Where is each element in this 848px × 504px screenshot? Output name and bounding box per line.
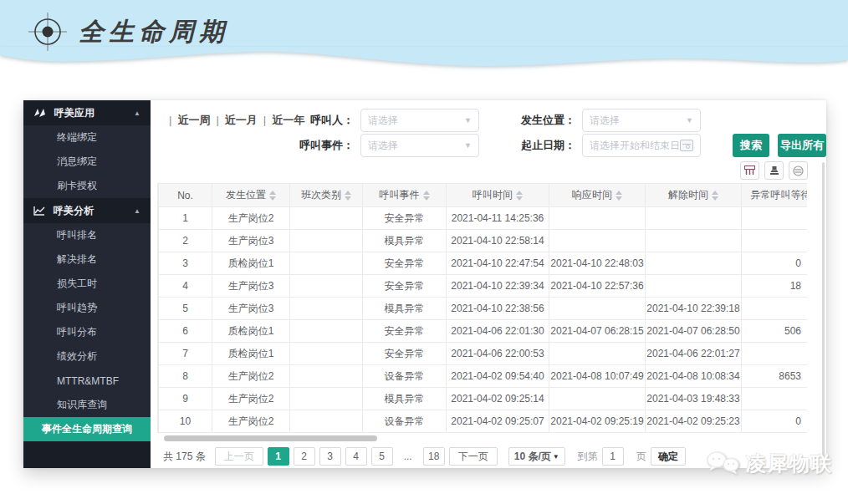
table-row[interactable]: 4 生产岗位3 安全异常 2021-04-10 22:39:34 2021-04… [159, 275, 808, 298]
table-row[interactable]: 9 生产岗位2 模具异常 2021-04-02 09:25:14 2021-04… [159, 388, 808, 410]
sidebar-group-label: 呼美分析 [54, 204, 94, 218]
column-header[interactable]: 解除时间 [646, 184, 742, 207]
sidebar-item[interactable]: 呼叫趋势 [23, 296, 151, 320]
sidebar-group-call-app[interactable]: 呼美应用 ▲ [23, 100, 151, 125]
cell-location: 质检岗位1 [212, 252, 290, 275]
next-page-button[interactable]: 下一页 [449, 447, 498, 466]
cell-resolve-time [646, 252, 742, 275]
cell-call-event: 设备异常 [363, 410, 447, 433]
location-label: 发生位置： [521, 113, 575, 128]
cell-abnormal-wait: 0 [742, 252, 808, 275]
page-number[interactable]: 5 [371, 447, 393, 466]
sidebar-item[interactable]: 消息绑定 [23, 150, 151, 174]
sidebar-item[interactable]: 损失工时 [23, 272, 151, 296]
sidebar-item[interactable]: 事件全生命周期查询 [23, 417, 151, 441]
prev-page-button[interactable]: 上一页 [215, 447, 263, 466]
search-button[interactable]: 搜索 [733, 134, 769, 157]
cell-response-time [549, 388, 646, 410]
column-header[interactable]: 发生位置 [212, 184, 290, 207]
page-number[interactable]: 18 [423, 447, 445, 466]
cell-resolve-time: 2021-04-10 22:39:18 [646, 298, 742, 320]
goto-page-input[interactable] [602, 447, 624, 466]
cell-call-event: 安全异常 [363, 320, 447, 343]
sidebar-item[interactable]: 终端绑定 [23, 125, 151, 150]
cell-response-time: 2021-04-10 22:57:36 [549, 275, 646, 298]
table-row[interactable]: 10 生产岗位2 设备异常 2021-04-02 09:25:07 2021-0… [159, 410, 808, 433]
column-header[interactable]: 响应时间 [549, 184, 646, 207]
cell-resolve-time: 2021-04-03 19:48:33 [646, 388, 742, 410]
page-number[interactable]: 3 [319, 447, 341, 466]
sidebar-filler [23, 441, 151, 468]
page-number[interactable]: 2 [294, 447, 315, 466]
column-display-icon[interactable] [740, 161, 759, 180]
export-all-button[interactable]: 导出所有 [778, 134, 826, 157]
cell-no: 6 [159, 320, 212, 343]
cell-call-event: 安全异常 [363, 343, 447, 365]
sort-icon[interactable] [616, 191, 622, 201]
horizontal-scrollbar-thumb[interactable] [164, 435, 377, 441]
location-placeholder: 请选择 [590, 114, 686, 128]
table-row[interactable]: 3 质检岗位1 安全异常 2021-04-10 22:47:54 2021-04… [159, 252, 808, 275]
caller-select[interactable]: 请选择 ▼ [360, 109, 479, 132]
goto-prefix: 到第 [578, 450, 598, 464]
sort-icon[interactable] [269, 191, 276, 201]
quick-range-links: 近一周近一月近一年 [157, 113, 291, 128]
cell-no: 5 [159, 298, 212, 320]
stamp-icon[interactable] [764, 161, 784, 180]
column-header[interactable]: 异常呼叫等待时长 [742, 184, 808, 207]
sidebar-item[interactable]: 知识库查询 [23, 393, 151, 417]
cell-call-event: 模具异常 [363, 298, 447, 320]
page-size-value: 10 条/页 [514, 450, 553, 464]
sidebar-item[interactable]: 刷卡授权 [23, 174, 151, 198]
confirm-button[interactable]: 确定 [651, 447, 686, 466]
cell-no: 3 [159, 252, 212, 275]
table-row[interactable]: 8 生产岗位2 设备异常 2021-04-02 09:54:40 2021-04… [159, 365, 808, 388]
sidebar-group-call-app-items: 终端绑定消息绑定刷卡授权 [23, 125, 151, 198]
cell-location: 生产岗位2 [212, 410, 290, 433]
chevron-down-icon: ▼ [464, 141, 472, 150]
cell-response-time [549, 298, 646, 320]
column-header[interactable]: 班次类别 [290, 184, 363, 207]
page-size-select[interactable]: 10 条/页 ▼ [508, 447, 565, 466]
vendor-name: 凌犀物联 [746, 451, 833, 477]
print-icon[interactable] [789, 161, 808, 180]
sidebar-item[interactable]: 呼叫分布 [23, 320, 151, 344]
page-number[interactable]: ... [397, 447, 419, 466]
sort-icon[interactable] [712, 191, 718, 201]
sort-icon[interactable] [423, 191, 430, 201]
cell-call-event: 模具异常 [363, 388, 447, 410]
location-select[interactable]: 请选择 ▼ [582, 109, 701, 132]
sort-icon[interactable] [345, 191, 351, 201]
sidebar-item[interactable]: MTTR&MTBF [23, 369, 151, 393]
sidebar-item[interactable]: 解决排名 [23, 247, 151, 272]
quick-range-link[interactable]: 近一月 [210, 113, 257, 128]
page-number[interactable]: 1 [268, 447, 289, 466]
table-row[interactable]: 1 生产岗位2 安全异常 2021-04-11 14:25:36 [159, 207, 808, 230]
column-header[interactable]: 呼叫时间 [447, 184, 549, 207]
cell-location: 质检岗位1 [212, 320, 290, 343]
chart-icon [33, 206, 45, 216]
page-number[interactable]: 4 [345, 447, 367, 466]
app-window: 呼美应用 ▲ 终端绑定消息绑定刷卡授权 呼美分析 ▲ 呼叫排名解决排名损失工时呼… [23, 100, 826, 468]
table-header-row: No. 发生位置 [159, 184, 808, 207]
quick-range-link[interactable]: 近一周 [163, 113, 210, 128]
vertical-scrollbar[interactable] [822, 162, 825, 468]
table-row[interactable]: 2 生产岗位3 模具异常 2021-04-10 22:58:14 [159, 230, 808, 252]
sidebar-group-call-analysis[interactable]: 呼美分析 ▲ [23, 198, 151, 223]
sidebar-item[interactable]: 呼叫排名 [23, 223, 151, 247]
column-header[interactable]: No. [159, 184, 212, 207]
column-header-label: 呼叫事件 [380, 188, 420, 202]
sidebar-item[interactable]: 绩效分析 [23, 344, 151, 369]
sort-icon[interactable] [516, 191, 523, 201]
column-header[interactable]: 呼叫事件 [363, 184, 447, 207]
date-range-input[interactable]: 请选择开始和结束日期 [582, 134, 701, 157]
cell-shift-type [290, 343, 363, 365]
caller-label: 呼叫人： [291, 113, 354, 128]
table-row[interactable]: 5 生产岗位3 模具异常 2021-04-10 22:38:56 2021-04… [159, 298, 808, 320]
table-row[interactable]: 7 质检岗位1 安全异常 2021-04-06 22:00:53 2021-04… [159, 343, 808, 365]
event-label: 呼叫事件： [291, 138, 354, 153]
table-row[interactable]: 6 质检岗位1 安全异常 2021-04-06 22:01:30 2021-04… [159, 320, 808, 343]
filter-row-1: 近一周近一月近一年 呼叫人： 请选择 ▼ 发生位置： 请选择 ▼ [157, 108, 826, 133]
cell-response-time: 2021-04-10 22:48:03 [549, 252, 646, 275]
event-select[interactable]: 请选择 ▼ [360, 134, 479, 157]
